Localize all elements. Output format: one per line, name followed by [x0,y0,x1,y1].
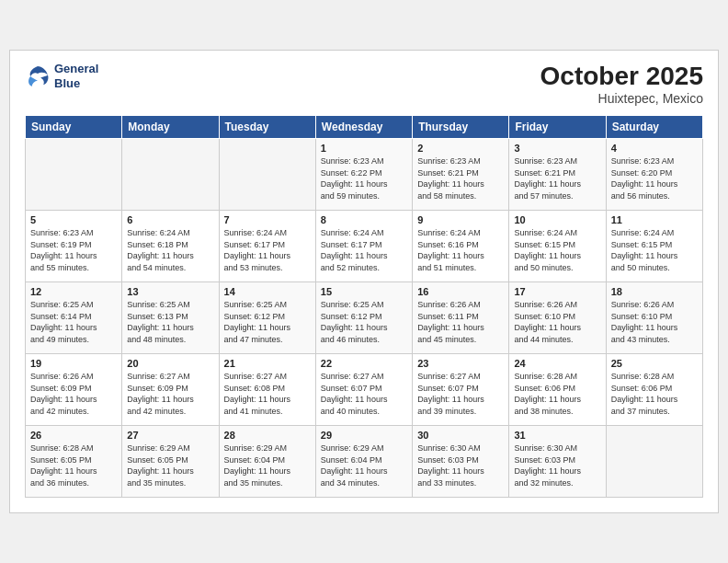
day-info: Sunrise: 6:29 AM Sunset: 6:04 PM Dayligh… [321,442,407,488]
day-number: 18 [611,286,698,297]
week-row-4: 19Sunrise: 6:26 AM Sunset: 6:09 PM Dayli… [26,354,703,426]
day-info: Sunrise: 6:27 AM Sunset: 6:09 PM Dayligh… [127,371,213,417]
day-info: Sunrise: 6:28 AM Sunset: 6:05 PM Dayligh… [30,442,117,488]
day-info: Sunrise: 6:24 AM Sunset: 6:15 PM Dayligh… [514,227,600,273]
logo-text: General Blue [54,62,98,90]
week-row-3: 12Sunrise: 6:25 AM Sunset: 6:14 PM Dayli… [26,282,703,354]
calendar-cell: 6Sunrise: 6:24 AM Sunset: 6:18 PM Daylig… [122,211,219,282]
calendar-cell: 27Sunrise: 6:29 AM Sunset: 6:05 PM Dayli… [122,426,219,498]
weekday-header-thursday: Thursday [413,116,509,139]
weekday-header-tuesday: Tuesday [219,116,315,139]
day-info: Sunrise: 6:25 AM Sunset: 6:14 PM Dayligh… [30,299,117,345]
day-number: 8 [321,214,407,225]
day-info: Sunrise: 6:24 AM Sunset: 6:16 PM Dayligh… [417,227,504,273]
day-number: 26 [30,430,117,441]
day-info: Sunrise: 6:24 AM Sunset: 6:15 PM Dayligh… [611,227,698,273]
day-number: 24 [514,358,600,369]
calendar-cell: 29Sunrise: 6:29 AM Sunset: 6:04 PM Dayli… [315,426,412,498]
calendar-cell: 25Sunrise: 6:28 AM Sunset: 6:06 PM Dayli… [606,354,702,426]
day-number: 10 [514,214,600,225]
day-number: 15 [321,286,407,297]
weekday-header-row: SundayMondayTuesdayWednesdayThursdayFrid… [26,116,703,139]
day-info: Sunrise: 6:23 AM Sunset: 6:21 PM Dayligh… [417,155,504,201]
day-number: 16 [417,286,504,297]
day-info: Sunrise: 6:27 AM Sunset: 6:08 PM Dayligh… [224,371,311,417]
day-info: Sunrise: 6:26 AM Sunset: 6:09 PM Dayligh… [30,371,117,417]
calendar-cell: 13Sunrise: 6:25 AM Sunset: 6:13 PM Dayli… [122,282,219,354]
weekday-header-sunday: Sunday [26,116,122,139]
weekday-header-monday: Monday [122,116,219,139]
day-info: Sunrise: 6:24 AM Sunset: 6:18 PM Dayligh… [127,227,213,273]
calendar-cell: 20Sunrise: 6:27 AM Sunset: 6:09 PM Dayli… [122,354,219,426]
day-number: 7 [224,214,311,225]
calendar-cell: 21Sunrise: 6:27 AM Sunset: 6:08 PM Dayli… [219,354,315,426]
logo: General Blue [25,62,98,90]
calendar-cell: 7Sunrise: 6:24 AM Sunset: 6:17 PM Daylig… [219,211,315,282]
day-info: Sunrise: 6:26 AM Sunset: 6:10 PM Dayligh… [514,299,600,345]
calendar-cell: 4Sunrise: 6:23 AM Sunset: 6:20 PM Daylig… [606,139,702,211]
day-info: Sunrise: 6:29 AM Sunset: 6:04 PM Dayligh… [224,442,311,488]
calendar-cell: 2Sunrise: 6:23 AM Sunset: 6:21 PM Daylig… [413,139,509,211]
calendar-cell: 15Sunrise: 6:25 AM Sunset: 6:12 PM Dayli… [315,282,412,354]
week-row-1: 1Sunrise: 6:23 AM Sunset: 6:22 PM Daylig… [26,139,703,211]
calendar-cell: 30Sunrise: 6:30 AM Sunset: 6:03 PM Dayli… [413,426,509,498]
day-number: 3 [514,143,600,154]
day-number: 5 [30,214,117,225]
calendar-cell: 16Sunrise: 6:26 AM Sunset: 6:11 PM Dayli… [413,282,509,354]
calendar-cell: 23Sunrise: 6:27 AM Sunset: 6:07 PM Dayli… [413,354,509,426]
calendar-cell [122,139,219,211]
day-info: Sunrise: 6:26 AM Sunset: 6:11 PM Dayligh… [417,299,504,345]
day-number: 9 [417,214,504,225]
week-row-5: 26Sunrise: 6:28 AM Sunset: 6:05 PM Dayli… [26,426,703,498]
day-number: 6 [127,214,213,225]
day-info: Sunrise: 6:24 AM Sunset: 6:17 PM Dayligh… [224,227,311,273]
day-number: 11 [611,214,698,225]
day-number: 28 [224,430,311,441]
day-number: 22 [321,358,407,369]
calendar-cell: 14Sunrise: 6:25 AM Sunset: 6:12 PM Dayli… [219,282,315,354]
day-info: Sunrise: 6:30 AM Sunset: 6:03 PM Dayligh… [417,442,504,488]
day-number: 29 [321,430,407,441]
day-number: 12 [30,286,117,297]
day-info: Sunrise: 6:28 AM Sunset: 6:06 PM Dayligh… [514,371,600,417]
weekday-header-saturday: Saturday [606,116,702,139]
day-number: 1 [321,143,407,154]
day-info: Sunrise: 6:24 AM Sunset: 6:17 PM Dayligh… [321,227,407,273]
day-number: 31 [514,430,600,441]
day-number: 25 [611,358,698,369]
day-info: Sunrise: 6:27 AM Sunset: 6:07 PM Dayligh… [321,371,407,417]
calendar-table: SundayMondayTuesdayWednesdayThursdayFrid… [25,115,703,498]
calendar-cell: 5Sunrise: 6:23 AM Sunset: 6:19 PM Daylig… [26,211,122,282]
day-info: Sunrise: 6:23 AM Sunset: 6:19 PM Dayligh… [30,227,117,273]
day-number: 4 [611,143,698,154]
calendar-container: General Blue October 2025 Huixtepec, Mex… [9,50,719,513]
day-info: Sunrise: 6:23 AM Sunset: 6:21 PM Dayligh… [514,155,600,201]
day-info: Sunrise: 6:25 AM Sunset: 6:12 PM Dayligh… [321,299,407,345]
calendar-cell: 19Sunrise: 6:26 AM Sunset: 6:09 PM Dayli… [26,354,122,426]
week-row-2: 5Sunrise: 6:23 AM Sunset: 6:19 PM Daylig… [26,211,703,282]
day-number: 19 [30,358,117,369]
calendar-cell: 18Sunrise: 6:26 AM Sunset: 6:10 PM Dayli… [606,282,702,354]
calendar-cell: 28Sunrise: 6:29 AM Sunset: 6:04 PM Dayli… [219,426,315,498]
day-number: 13 [127,286,213,297]
title-block: October 2025 Huixtepec, Mexico [540,62,703,106]
month-title: October 2025 [540,62,703,91]
day-info: Sunrise: 6:26 AM Sunset: 6:10 PM Dayligh… [611,299,698,345]
calendar-cell [219,139,315,211]
day-number: 17 [514,286,600,297]
weekday-header-wednesday: Wednesday [315,116,412,139]
calendar-cell: 22Sunrise: 6:27 AM Sunset: 6:07 PM Dayli… [315,354,412,426]
location-title: Huixtepec, Mexico [540,91,703,106]
calendar-cell [26,139,122,211]
day-number: 30 [417,430,504,441]
day-info: Sunrise: 6:27 AM Sunset: 6:07 PM Dayligh… [417,371,504,417]
day-number: 20 [127,358,213,369]
day-number: 14 [224,286,311,297]
calendar-cell: 31Sunrise: 6:30 AM Sunset: 6:03 PM Dayli… [509,426,606,498]
day-number: 27 [127,430,213,441]
weekday-header-friday: Friday [509,116,606,139]
day-info: Sunrise: 6:28 AM Sunset: 6:06 PM Dayligh… [611,371,698,417]
calendar-cell: 11Sunrise: 6:24 AM Sunset: 6:15 PM Dayli… [606,211,702,282]
calendar-cell: 12Sunrise: 6:25 AM Sunset: 6:14 PM Dayli… [26,282,122,354]
calendar-cell: 9Sunrise: 6:24 AM Sunset: 6:16 PM Daylig… [413,211,509,282]
